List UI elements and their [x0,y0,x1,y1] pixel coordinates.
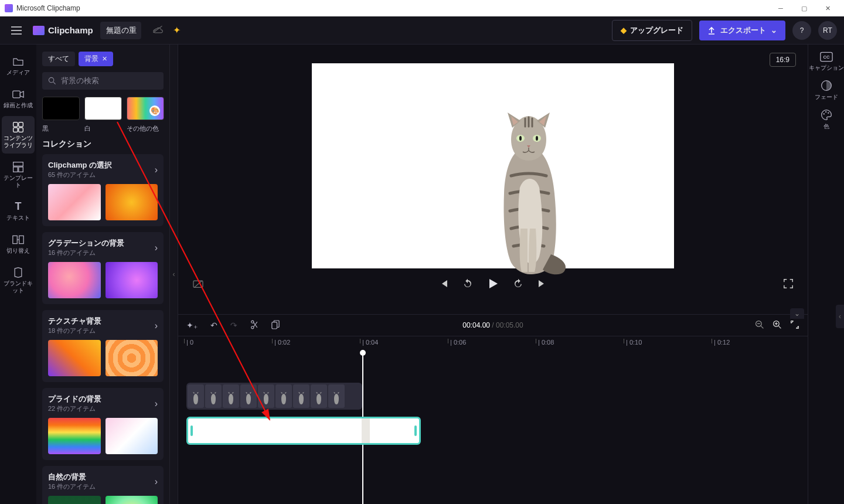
export-button[interactable]: エクスポート ⌄ [699,21,785,40]
export-label: エクスポート [720,25,766,36]
svg-point-15 [536,136,538,141]
collection-pride[interactable]: プライドの背景 22 件のアイテム › [42,388,164,460]
fade-button[interactable]: フェード [815,80,838,101]
upgrade-label: アップグレード [630,25,683,36]
chevron-right-icon[interactable]: › [155,321,158,331]
minimize-button[interactable]: ─ [769,0,792,16]
forward-button[interactable] [513,278,523,289]
nav-record[interactable]: 録画と作成 [2,83,35,114]
chevron-right-icon[interactable]: › [155,399,158,409]
timeline-ruler[interactable]: | 0 | 0:02 | 0:04 | 0:06 | 0:08 | 0:10 |… [178,336,808,352]
chevron-right-icon[interactable]: › [155,165,158,175]
color-white[interactable]: 白 [84,97,122,133]
collection-clipchamp-picks[interactable]: Clipchamp の選択 65 件のアイテム › [42,154,164,226]
brand-icon [33,26,45,35]
fullscreen-button[interactable] [783,278,794,289]
rewind-button[interactable] [462,278,473,289]
collection-gradients[interactable]: グラデーションの背景 16 件のアイテム › [42,232,164,304]
zoom-in-button[interactable] [772,320,782,331]
nav-media[interactable]: メディア [2,50,35,81]
copy-button[interactable] [271,320,280,331]
timeline: ✦₊ ↶ ↷ 00:04.00 / 00:05.00 | 0 | 0:02 | … [178,314,808,504]
zoom-out-button[interactable] [755,320,764,331]
playback-controls [178,278,808,290]
color-other[interactable]: 🎨 その他の色 [127,97,164,133]
right-panel-expand[interactable]: ‹ [836,305,844,328]
video-clip[interactable] [186,383,362,410]
thumb[interactable] [106,418,158,454]
svg-rect-20 [272,322,277,328]
svg-rect-10 [19,236,23,243]
menu-button[interactable] [7,21,26,40]
chevron-left-icon: ‹ [173,270,175,278]
chip-background[interactable]: 背景 ✕ [79,52,113,66]
redo-button[interactable]: ↷ [230,321,237,330]
transition-icon [12,235,24,244]
thumb[interactable] [48,418,101,454]
thumb[interactable] [106,340,158,376]
color-black[interactable]: 黒 [42,97,80,133]
hamburger-icon [11,26,22,35]
svg-rect-3 [19,122,23,127]
panel-collapse-handle[interactable]: ‹ [170,45,178,504]
undo-button[interactable]: ↶ [210,321,217,330]
chevron-right-icon[interactable]: › [155,476,158,487]
thumb[interactable] [106,496,158,504]
captions-button[interactable]: CC キャプション [809,52,844,71]
skip-forward-button[interactable] [537,279,547,288]
preview-stage: 16:9 [178,45,808,314]
chevron-left-icon: ‹ [839,312,841,321]
thumb[interactable] [106,262,158,298]
close-button[interactable]: ✕ [816,0,839,16]
collections-heading: コレクション [42,139,164,149]
brand: Clipchamp [33,25,93,35]
thumb[interactable] [48,340,101,376]
thumb[interactable] [48,184,101,220]
split-button[interactable] [250,320,258,331]
svg-rect-5 [19,128,23,132]
svg-rect-1 [13,91,20,98]
screenshot-icon[interactable] [192,279,204,288]
collection-nature[interactable]: 自然の背景 16 件のアイテム › [42,466,164,504]
collection-textures[interactable]: テクスチャ背景 18 件のアイテム › [42,310,164,382]
project-title-input[interactable]: 無題の重 [100,22,141,39]
library-icon [12,121,24,133]
chevron-down-icon: ⌄ [771,26,777,35]
time-display: 00:04.00 / 00:05.00 [462,321,523,329]
upgrade-button[interactable]: ◆ アップグレード [612,20,692,41]
timeline-tracks[interactable] [178,352,808,504]
palette-icon [821,109,832,121]
avatar[interactable]: RT [818,21,837,40]
nav-content-library[interactable]: コンテンツライブラリ [2,116,35,154]
color-button[interactable]: 色 [821,109,832,130]
search-icon [48,77,56,85]
play-button[interactable] [487,278,499,290]
nav-text[interactable]: T テキスト [2,196,35,226]
nav-templates[interactable]: テンプレート [2,156,35,193]
skip-back-button[interactable] [439,279,448,288]
chip-all[interactable]: すべて [42,52,75,66]
chevron-right-icon[interactable]: › [155,243,158,253]
magic-button[interactable]: ✦₊ [186,321,198,330]
aspect-ratio-button[interactable]: 16:9 [770,53,796,67]
upload-icon [707,26,716,35]
nav-brandkit[interactable]: ブランドキット [2,261,35,299]
maximize-button[interactable]: ▢ [792,0,816,16]
text-icon: T [12,200,25,213]
help-button[interactable]: ? [792,21,811,40]
search-input[interactable]: 背景の検索 [42,72,164,90]
left-nav: メディア 録画と作成 コンテンツライブラリ テンプレート T テキスト 切り替え… [0,45,36,504]
cloud-off-icon [152,25,164,36]
color-swatches: 黒 白 🎨 その他の色 [42,97,164,133]
svg-point-14 [519,136,522,141]
close-icon[interactable]: ✕ [102,55,107,63]
side-panel: すべて 背景 ✕ 背景の検索 黒 白 🎨 その他の色 [36,45,170,504]
preview-canvas[interactable] [312,63,674,268]
background-clip[interactable] [186,417,421,445]
thumb[interactable] [48,496,101,504]
zoom-fit-button[interactable] [790,320,799,331]
nav-transitions[interactable]: 切り替え [2,229,35,259]
thumb[interactable] [106,184,158,220]
thumb[interactable] [48,262,101,298]
timeline-toolbar: ✦₊ ↶ ↷ 00:04.00 / 00:05.00 [178,315,808,336]
